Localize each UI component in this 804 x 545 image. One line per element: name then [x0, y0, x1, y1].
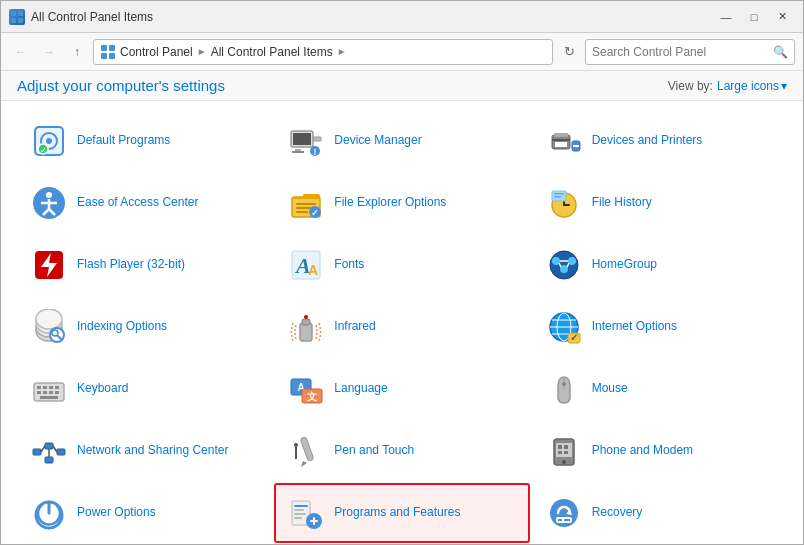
- svg-text:文: 文: [307, 391, 317, 402]
- svg-rect-7: [109, 53, 115, 59]
- svg-rect-114: [294, 517, 302, 519]
- breadcrumb-control-panel[interactable]: Control Panel: [120, 45, 193, 59]
- svg-rect-82: [40, 396, 58, 399]
- item-phone-modem[interactable]: Phone and Modem: [532, 421, 787, 481]
- svg-rect-14: [293, 133, 311, 145]
- svg-text:✓: ✓: [311, 208, 319, 218]
- svg-rect-1: [18, 11, 23, 16]
- search-box[interactable]: 🔍: [585, 39, 795, 65]
- item-network-sharing[interactable]: Network and Sharing Center: [17, 421, 272, 481]
- up-button[interactable]: ↑: [65, 40, 89, 64]
- item-devices-printers[interactable]: Devices and Printers: [532, 111, 787, 171]
- item-file-explorer[interactable]: ✓ File Explorer Options: [274, 173, 529, 233]
- icon-pen-touch: [286, 431, 326, 471]
- icon-infrared: [286, 307, 326, 347]
- item-label-phone-modem: Phone and Modem: [592, 443, 693, 459]
- svg-rect-91: [57, 449, 65, 455]
- item-device-manager[interactable]: ! Device Manager: [274, 111, 529, 171]
- maximize-button[interactable]: □: [741, 6, 767, 28]
- item-label-recovery: Recovery: [592, 505, 643, 521]
- item-pen-touch[interactable]: Pen and Touch: [274, 421, 529, 481]
- svg-rect-122: [564, 519, 570, 521]
- control-panel-icon: [100, 44, 116, 60]
- item-programs-features[interactable]: Programs and Features: [274, 483, 529, 543]
- icon-device-manager: !: [286, 121, 326, 161]
- svg-rect-92: [45, 457, 53, 463]
- svg-rect-77: [55, 386, 59, 389]
- svg-rect-2: [11, 18, 16, 23]
- icon-fonts: A A: [286, 245, 326, 285]
- item-fonts[interactable]: A A Fonts: [274, 235, 529, 295]
- icon-mouse: [544, 369, 584, 409]
- item-language[interactable]: A 文 Language: [274, 359, 529, 419]
- icon-recovery: [544, 493, 584, 533]
- svg-rect-15: [313, 137, 321, 141]
- icon-keyboard: [29, 369, 69, 409]
- item-ease-of-access[interactable]: Ease of Access Center: [17, 173, 272, 233]
- svg-rect-4: [101, 45, 107, 51]
- svg-point-102: [562, 460, 566, 464]
- item-homegroup[interactable]: HomeGroup: [532, 235, 787, 295]
- breadcrumb-all-items[interactable]: All Control Panel Items: [211, 45, 333, 59]
- icon-programs-features: [286, 493, 326, 533]
- icon-power-options: [29, 493, 69, 533]
- item-infrared[interactable]: Infrared: [274, 297, 529, 357]
- svg-rect-3: [18, 18, 23, 23]
- item-flash-player[interactable]: Flash Player (32-bit): [17, 235, 272, 295]
- svg-rect-96: [300, 437, 314, 462]
- item-power-options[interactable]: Power Options: [17, 483, 272, 543]
- icon-phone-modem: [544, 431, 584, 471]
- icon-file-history: [544, 183, 584, 223]
- item-recovery[interactable]: Recovery: [532, 483, 787, 543]
- icon-ease-of-access: [29, 183, 69, 223]
- item-label-file-history: File History: [592, 195, 652, 211]
- svg-line-93: [41, 446, 45, 452]
- svg-rect-75: [43, 386, 47, 389]
- view-by-dropdown[interactable]: Large icons ▾: [717, 79, 787, 93]
- svg-point-59: [36, 309, 62, 329]
- item-label-mouse: Mouse: [592, 381, 628, 397]
- svg-rect-78: [37, 391, 41, 394]
- svg-rect-25: [573, 145, 579, 147]
- svg-rect-17: [292, 151, 304, 153]
- content-area: Adjust your computer's settings View by:…: [1, 71, 803, 544]
- toolbar: Adjust your computer's settings View by:…: [1, 71, 803, 101]
- icon-network-sharing: [29, 431, 69, 471]
- window: All Control Panel Items — □ ✕ ← → ↑ Cont…: [0, 0, 804, 545]
- item-mouse[interactable]: Mouse: [532, 359, 787, 419]
- icon-flash-player: [29, 245, 69, 285]
- item-indexing[interactable]: Indexing Options: [17, 297, 272, 357]
- svg-rect-22: [555, 142, 567, 147]
- svg-line-94: [53, 446, 57, 452]
- svg-rect-35: [296, 211, 308, 213]
- window-title: All Control Panel Items: [31, 10, 713, 24]
- svg-marker-97: [301, 461, 307, 467]
- item-label-devices-printers: Devices and Printers: [592, 133, 703, 149]
- forward-button[interactable]: →: [37, 40, 61, 64]
- icon-indexing: [29, 307, 69, 347]
- back-button[interactable]: ←: [9, 40, 33, 64]
- item-default-programs[interactable]: ✓ Default Programs: [17, 111, 272, 171]
- item-internet-options[interactable]: ✓ Internet Options: [532, 297, 787, 357]
- view-by-label: View by:: [668, 79, 713, 93]
- item-file-history[interactable]: File History: [532, 173, 787, 233]
- svg-rect-89: [33, 449, 41, 455]
- address-path[interactable]: Control Panel ► All Control Panel Items …: [93, 39, 553, 65]
- close-button[interactable]: ✕: [769, 6, 795, 28]
- svg-rect-104: [564, 445, 568, 449]
- main-scroll: ✓ Default Programs: [1, 101, 803, 544]
- svg-rect-112: [294, 509, 304, 511]
- minimize-button[interactable]: —: [713, 6, 739, 28]
- svg-text:A: A: [308, 262, 318, 278]
- refresh-button[interactable]: ↻: [557, 40, 581, 64]
- item-label-language: Language: [334, 381, 387, 397]
- svg-point-99: [294, 443, 298, 447]
- search-input[interactable]: [592, 45, 773, 59]
- item-label-default-programs: Default Programs: [77, 133, 170, 149]
- svg-rect-23: [552, 139, 570, 141]
- item-label-programs-features: Programs and Features: [334, 505, 460, 521]
- window-controls: — □ ✕: [713, 6, 795, 28]
- item-label-homegroup: HomeGroup: [592, 257, 657, 273]
- item-keyboard[interactable]: Keyboard: [17, 359, 272, 419]
- item-label-indexing: Indexing Options: [77, 319, 167, 335]
